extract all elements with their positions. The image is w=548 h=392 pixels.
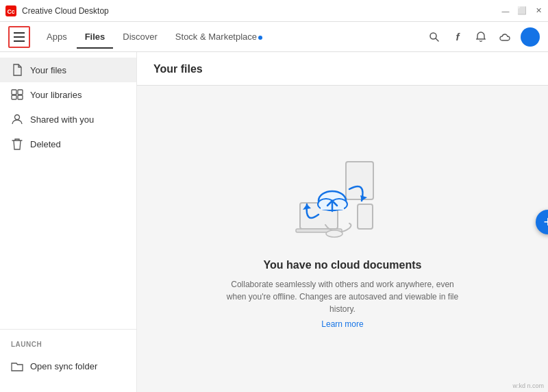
svg-rect-6 (12, 95, 16, 99)
navbar: Apps Files Discover Stock & Marketplace … (0, 22, 548, 52)
tab-dot (258, 36, 262, 40)
tab-discover[interactable]: Discover (114, 26, 166, 47)
navbar-left: Apps Files Discover Stock & Marketplace (8, 26, 271, 48)
sidebar-item-shared[interactable]: Shared with you (0, 107, 136, 132)
svg-text:Cc: Cc (7, 8, 14, 15)
nav-tabs: Apps Files Discover Stock & Marketplace (38, 26, 271, 47)
file-icon (11, 64, 23, 76)
sidebar-item-label: Deleted (30, 139, 61, 149)
svg-rect-4 (12, 90, 16, 95)
main-body: You have no cloud documents Collaborate … (137, 86, 548, 392)
navbar-right: f (427, 27, 540, 47)
main-area: Your files (137, 52, 548, 392)
font-icon[interactable]: f (451, 30, 464, 44)
window-title: Creative Cloud Desktop (22, 6, 109, 16)
sidebar: Your files Your libraries (0, 52, 137, 392)
titlebar: Cc Creative Cloud Desktop — ⬜ ✕ (0, 0, 548, 22)
sidebar-top: Your files Your libraries (0, 58, 136, 156)
empty-state-illustration (288, 149, 397, 245)
tab-files[interactable]: Files (77, 26, 114, 47)
svg-rect-7 (18, 95, 23, 99)
learn-more-link[interactable]: Learn more (321, 319, 363, 329)
hamburger-line-3 (14, 40, 25, 42)
trash-icon (11, 138, 23, 150)
sidebar-item-deleted[interactable]: Deleted (0, 132, 136, 156)
sidebar-item-your-libraries[interactable]: Your libraries (0, 82, 136, 107)
maximize-button[interactable]: ⬜ (518, 7, 526, 15)
app-icon: Cc (5, 5, 16, 16)
search-icon[interactable] (427, 30, 441, 44)
tab-stock[interactable]: Stock & Marketplace (167, 26, 271, 47)
svg-line-3 (436, 38, 438, 41)
hamburger-menu-button[interactable] (8, 26, 30, 48)
svg-point-8 (15, 115, 20, 120)
svg-point-20 (326, 230, 342, 237)
cloud-sync-icon[interactable] (497, 30, 511, 44)
close-button[interactable]: ✕ (534, 7, 543, 15)
minimize-button[interactable]: — (501, 7, 510, 15)
user-avatar[interactable] (521, 27, 540, 47)
empty-state-title: You have no cloud documents (264, 259, 422, 271)
titlebar-left: Cc Creative Cloud Desktop (5, 5, 109, 16)
sidebar-item-your-files[interactable]: Your files (0, 58, 136, 82)
bell-icon[interactable] (474, 30, 488, 44)
main-header: Your files (137, 52, 548, 86)
sidebar-item-label: Open sync folder (30, 361, 97, 371)
sidebar-item-label: Your files (30, 65, 66, 75)
layout: Your files Your libraries (0, 52, 548, 392)
sidebar-item-label: Shared with you (30, 114, 94, 125)
shared-icon (11, 113, 23, 125)
hamburger-line-2 (14, 36, 25, 38)
svg-rect-11 (346, 162, 373, 199)
watermark: w:kd n.com (512, 382, 544, 389)
svg-rect-5 (18, 90, 23, 95)
empty-state-description: Collaborate seamlessly with others and w… (226, 278, 459, 315)
library-icon (11, 88, 23, 101)
sidebar-bottom: LAUNCH Open sync folder (0, 329, 136, 387)
sidebar-item-label: Your libraries (30, 90, 82, 100)
svg-rect-12 (358, 204, 373, 229)
folder-icon (11, 360, 23, 372)
window-controls: — ⬜ ✕ (501, 7, 543, 15)
tab-apps[interactable]: Apps (38, 26, 75, 47)
hamburger-line-1 (14, 32, 25, 34)
launch-section-label: LAUNCH (0, 338, 136, 354)
page-title: Your files (153, 63, 203, 75)
sidebar-item-sync-folder[interactable]: Open sync folder (0, 354, 136, 378)
